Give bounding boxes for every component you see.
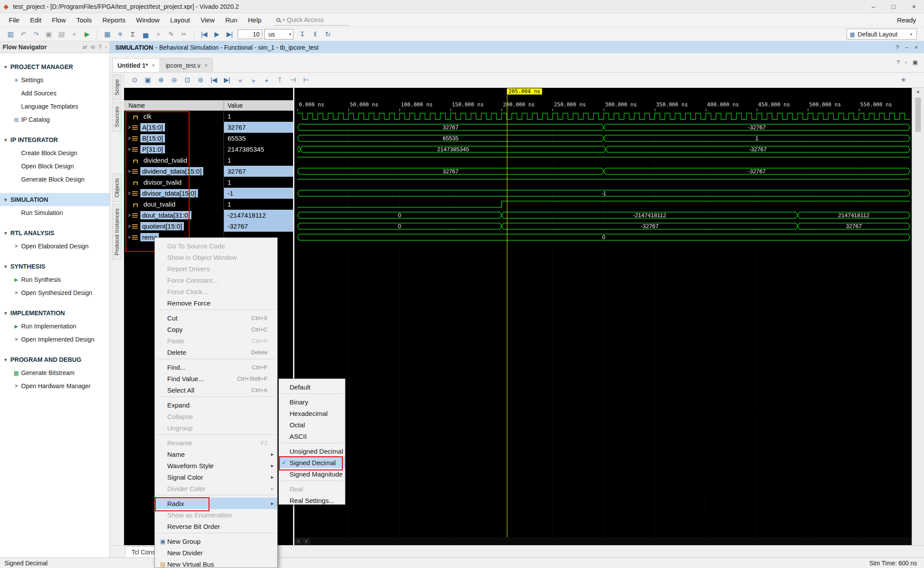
time-unit-select[interactable]: us ▾ [264, 29, 293, 40]
context-menu-item[interactable]: Find Value... Ctrl+Shift+F [155, 373, 277, 384]
add-marker-icon[interactable]: + [260, 74, 272, 86]
expand-icon[interactable] [126, 168, 132, 175]
pause-icon[interactable]: ‖ [309, 29, 321, 40]
context-menu-item[interactable]: Select All Ctrl+A [155, 384, 277, 396]
restart-sim-icon[interactable]: |◀ [198, 29, 210, 40]
column-header-value[interactable]: Value [224, 100, 243, 110]
waveform-plot-area[interactable]: 32767-327676553512147385345-3276732767-3… [295, 88, 912, 537]
run-step-icon[interactable]: ▶| [224, 29, 235, 40]
flow-nav-item[interactable]: Run Synthesis [0, 273, 110, 286]
radix-submenu-item[interactable]: Real [279, 483, 345, 495]
previous-transition-icon[interactable]: « [234, 74, 246, 86]
flow-nav-item[interactable]: Language Templates [0, 100, 110, 113]
context-menu-item[interactable]: Radix [155, 498, 277, 509]
signal-row[interactable]: A[15:0] 32767 [124, 122, 293, 133]
radix-submenu-item[interactable]: Signed Decimal [279, 457, 345, 468]
signal-row[interactable]: dout_tdata[31:0] -2147418112 [124, 210, 293, 221]
minimize-button[interactable]: – [863, 0, 884, 13]
scroll-up-icon[interactable]: ▲ [912, 89, 924, 94]
flow-nav-item[interactable]: Add Sources [0, 87, 110, 100]
context-menu-item[interactable]: Signal Color [155, 471, 277, 483]
context-menu-item[interactable]: Copy Ctrl+C [155, 324, 277, 335]
open-project-icon[interactable]: ▥ [4, 29, 16, 40]
context-menu-item[interactable]: Cut Ctrl+X [155, 312, 277, 324]
expand-icon[interactable] [126, 223, 132, 229]
scroll-left-icon[interactable]: ‹ [303, 538, 310, 545]
expand-icon[interactable] [126, 234, 132, 240]
right-marker-icon[interactable]: ⊢ [300, 74, 312, 86]
radix-submenu-item[interactable]: Hexadecimal [279, 408, 345, 419]
context-menu-item[interactable]: Divider Color [155, 483, 277, 494]
menu-bar-item[interactable]: Tools [71, 16, 97, 24]
dock-toggle-icon[interactable]: ⇄ [83, 44, 87, 50]
column-header-name[interactable]: Name [124, 100, 224, 110]
side-tab[interactable]: Protocol Instances [112, 204, 121, 260]
section-synthesis[interactable]: SYNTHESIS [0, 260, 110, 273]
flow-nav-item[interactable]: Run Implementation [0, 320, 110, 333]
tab-untitled-1[interactable]: Untitled 1* × [113, 58, 160, 72]
run-for-time-icon[interactable]: ↧ [296, 29, 308, 40]
dashboard-icon[interactable]: ▦ [101, 29, 113, 40]
context-menu-item[interactable]: Rename F2 [155, 437, 277, 448]
menu-bar-item[interactable]: Flow [47, 16, 71, 24]
sum-icon[interactable]: Σ [127, 29, 139, 40]
signal-row[interactable]: B[15:0] 65535 [124, 133, 293, 144]
run-icon[interactable]: ▶ [81, 29, 93, 40]
zoom-out-icon[interactable]: ⊖ [168, 74, 180, 86]
signal-name-cell[interactable]: A[15:0] [124, 122, 224, 133]
undo-icon[interactable]: ↶ [17, 29, 29, 40]
quick-access-search[interactable]: ▾ Quick Access [275, 15, 349, 25]
signal-name-cell[interactable]: divisor_tdata[15:0] [124, 188, 224, 199]
edit-icon[interactable]: ✎ [165, 29, 177, 40]
left-marker-icon[interactable]: ⊣ [287, 74, 299, 86]
paste-icon[interactable]: ▤ [55, 29, 67, 40]
section-program-debug[interactable]: PROGRAM AND DEBUG [0, 353, 110, 366]
expand-icon[interactable] [126, 190, 132, 197]
scrollbar-thumb[interactable] [915, 98, 921, 132]
signal-row[interactable]: dividend_tvalid 1 [124, 155, 293, 166]
zoom-in-icon[interactable]: ⊕ [155, 74, 167, 86]
section-implementation[interactable]: IMPLEMENTATION [0, 306, 110, 320]
menu-bar-item[interactable]: Layout [165, 16, 195, 24]
context-menu-item[interactable]: Reverse Bit Order [155, 521, 277, 532]
context-menu-item[interactable]: New Group [155, 535, 277, 547]
signal-name-cell[interactable]: dividend_tvalid [124, 155, 224, 166]
find-icon[interactable]: ⊙ [128, 74, 140, 86]
redo-icon[interactable]: ↷ [30, 29, 42, 40]
minimize-icon[interactable]: ▫ [105, 44, 107, 50]
flow-nav-item[interactable]: Run Simulation [0, 206, 110, 219]
menu-bar-item[interactable]: File [4, 16, 25, 24]
close-icon[interactable]: × [152, 62, 155, 69]
signal-row[interactable]: dout_tvalid 1 [124, 199, 293, 210]
expand-icon[interactable] [126, 146, 132, 153]
signal-name-cell[interactable]: B[15:0] [124, 133, 224, 144]
signal-name-cell[interactable]: divisor_tvalid [124, 177, 224, 188]
zoom-to-cursor-icon[interactable]: ⊚ [194, 74, 206, 86]
expand-icon[interactable] [126, 212, 132, 218]
waveform-canvas[interactable]: 32767-327676553512147385345-3276732767-3… [295, 111, 912, 243]
context-menu-item[interactable]: Force Clock... [155, 286, 277, 297]
radix-submenu-item[interactable]: Unsigned Decimal [279, 445, 345, 457]
collapse-all-icon[interactable]: ⊖ [91, 44, 95, 50]
context-menu-item[interactable]: Delete Delete [155, 346, 277, 358]
time-cursor-label[interactable]: 205.004 ns [507, 88, 542, 95]
context-menu-item[interactable]: Collapse [155, 411, 277, 422]
context-menu-item[interactable]: New Divider [155, 547, 277, 558]
wave-settings-gear-icon[interactable]: ✳ [897, 74, 909, 86]
menu-bar-item[interactable]: Help [242, 16, 267, 24]
flow-nav-item[interactable]: Open Synthesized Design [0, 286, 110, 299]
scroll-right-icon[interactable]: › [295, 538, 302, 545]
time-cursor-line[interactable] [507, 94, 507, 537]
close-panel-icon[interactable]: × [914, 44, 918, 51]
horizontal-scrollbar[interactable]: › ‹ [295, 537, 912, 545]
context-menu-item[interactable]: Waveform Style [155, 460, 277, 471]
signal-row[interactable]: dividend_tdata[15:0] 32767 [124, 166, 293, 177]
maximize-button[interactable]: □ [884, 0, 904, 13]
toolbar-icon[interactable] [194, 30, 194, 39]
help-icon[interactable]: ? [897, 59, 900, 66]
context-menu-item[interactable]: Expand [155, 399, 277, 411]
side-tab[interactable]: Sources [112, 102, 121, 132]
next-transition-icon[interactable]: » [247, 74, 259, 86]
signal-row[interactable]: clk 1 [124, 111, 293, 122]
radix-submenu-item[interactable]: Binary [279, 396, 345, 408]
